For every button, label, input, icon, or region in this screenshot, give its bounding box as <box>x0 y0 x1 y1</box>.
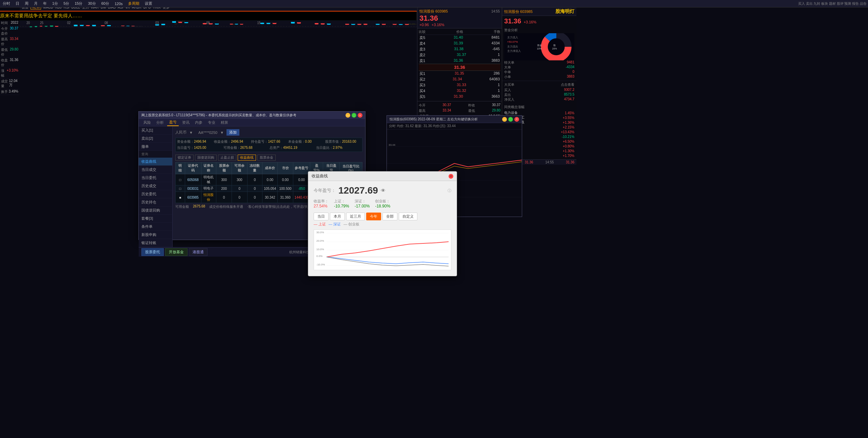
sub-tab-reverse[interactable]: 国债逆回购 <box>195 155 217 161</box>
tab-专业[interactable]: 专业 <box>206 119 217 126</box>
menu-today-orders[interactable]: 当日委托 <box>139 174 172 182</box>
stat-shindex: 上证： -10.79% <box>334 199 349 208</box>
btn-stock-order[interactable]: 股票委托 <box>141 248 164 256</box>
tab-精算[interactable]: 精算 <box>219 119 230 126</box>
tab-分析[interactable]: 分析 <box>154 119 166 126</box>
stock-change-display: +0.96 +3.16% <box>419 23 500 27</box>
tab-盈亏[interactable]: 盈亏 <box>167 119 179 126</box>
tab-资讯[interactable]: 资讯 <box>180 119 192 126</box>
stat-cy: 创业板： -18.90% <box>375 199 390 208</box>
tab-风险[interactable]: 风险 <box>141 119 153 126</box>
indicator-macd[interactable]: MACD <box>43 7 53 9</box>
menu-package[interactable]: 套餐[3] <box>139 215 172 223</box>
menu-query-section: 查询 <box>139 151 172 158</box>
profit-dialog-label: 收益曲线 <box>312 173 328 179</box>
legend-my: — 上证 <box>314 222 326 227</box>
col-code: 证券代码 <box>185 162 201 174</box>
profit-dialog-content: 今年盈亏： 12027.69 👁 ⓘ 收益率： 27.54% 上证： -10.7… <box>308 181 457 274</box>
svg-text:08: 08 <box>104 21 108 25</box>
close-button[interactable]: × <box>358 113 362 118</box>
buy-3: 买3 31.33 1 <box>419 82 500 88</box>
menu-new-stock[interactable]: 新股申购 <box>139 231 172 239</box>
indicator-trix[interactable]: TRIX <box>153 7 161 9</box>
eye-icon[interactable]: 👁 <box>381 188 386 193</box>
analysis-min-button[interactable]: — <box>502 117 507 122</box>
menu-buy[interactable]: 买入[1] <box>139 126 172 135</box>
indicator-arbr[interactable]: ARBR <box>132 7 141 9</box>
indicator-vr[interactable]: VR <box>125 7 130 9</box>
svg-text:10.0%: 10.0% <box>316 248 324 251</box>
svg-text:20.0%: 20.0% <box>316 239 324 242</box>
menu-condition[interactable]: 条件单 <box>139 223 172 231</box>
toolbar-week[interactable]: 周 <box>23 1 30 6</box>
toolbar-day[interactable]: 日 <box>14 1 21 6</box>
minimize-button[interactable]: — <box>346 113 350 118</box>
analysis-subtitle: 分时 均价: 31.62 最新: 31.36 均价(历): 33.44 <box>387 123 522 130</box>
btn-hk-connect[interactable]: 港股通 <box>189 248 208 256</box>
analysis-max-button[interactable]: □ <box>508 117 513 122</box>
tab-3month[interactable]: 近三月 <box>346 213 365 220</box>
toolbar-30m[interactable]: 30分 <box>87 1 97 6</box>
toolbar-120s[interactable]: 120s <box>113 1 124 6</box>
maximize-button[interactable]: □ <box>352 113 356 118</box>
stat-return: 收益率： 27.54% <box>314 199 329 208</box>
menu-hist-trades[interactable]: 历史成交 <box>139 182 172 190</box>
account-selector: 人民币 ▼ AA****0250 ▼ 添加 <box>175 129 362 136</box>
info-turnover: 换手 3.49% <box>0 89 19 95</box>
indicator-bias[interactable]: BIAS <box>108 7 116 9</box>
indicator-zlf[interactable]: 主力 <box>82 7 89 10</box>
toolbar-year[interactable]: 年 <box>42 1 48 6</box>
tab-year[interactable]: 今年 <box>366 213 381 220</box>
indicator-boll[interactable]: BOLL <box>71 7 80 9</box>
tab-today[interactable]: 当日 <box>314 213 329 220</box>
menu-reverse-repo[interactable]: 国债逆回购 <box>139 206 172 215</box>
btn-open-fund[interactable]: 开放基金 <box>165 248 188 256</box>
add-button[interactable]: 添加 <box>226 129 239 136</box>
sub-tab-stop[interactable]: 止盈止损 <box>218 155 236 161</box>
analysis-close-button[interactable]: × <box>514 117 519 122</box>
indicator-new[interactable]: NEW <box>31 7 41 9</box>
toolbar-time[interactable]: 分时 <box>1 1 12 6</box>
svg-text:30.0%: 30.0% <box>316 231 324 234</box>
menu-today-trades[interactable]: 当日成交 <box>139 166 172 174</box>
profit-dialog: 收益曲线 × 今年盈亏： 12027.69 👁 ⓘ 收益率： 27.54% 上证… <box>308 171 457 276</box>
sub-tab-verify[interactable]: 锁定证券 <box>175 155 194 161</box>
menu-sell[interactable]: 卖出[2] <box>139 135 172 143</box>
toolbar-month[interactable]: 月 <box>33 1 39 6</box>
menu-cancel[interactable]: 撤单 <box>139 143 172 151</box>
menu-profit-curve[interactable]: 收益曲线 <box>139 158 172 166</box>
tab-custom[interactable]: 自定义 <box>399 213 417 220</box>
toolbar-5m[interactable]: 5分 <box>62 1 71 6</box>
menu-bank-transfer[interactable]: 银证转账 <box>139 239 172 247</box>
info-open: 今开盘价 30.37 <box>0 26 19 37</box>
stock-code-label: 恒润股份 603985 <box>419 9 448 14</box>
tab-all[interactable]: 全部 <box>382 213 397 220</box>
indicator-asi[interactable]: ASI <box>118 7 123 9</box>
big-order-click[interactable]: 点击查看 <box>561 82 574 87</box>
indicator-war[interactable]: WAR <box>91 7 99 9</box>
profit-stats: 收益率： 27.54% 上证： -10.79% 深证： -17.00% 创业板：… <box>314 199 451 208</box>
indicator-toolbar: 设置 NEW MACD KDJ RSI BOLL 主力 WAR DM BIAS … <box>20 7 417 11</box>
indicator-kdj[interactable]: KDJ <box>55 7 62 9</box>
indicator-dm[interactable]: DM <box>101 7 106 9</box>
sub-tab-fund[interactable]: 收益曲线 <box>238 155 256 161</box>
tab-month[interactable]: 本月 <box>330 213 345 220</box>
menu-hist-holdings[interactable]: 历史持仓 <box>139 198 172 206</box>
profit-close-button[interactable]: × <box>449 174 453 179</box>
toolbar-multiperiod[interactable]: 多周期 <box>127 1 141 6</box>
col-available: 可用余额 <box>232 162 247 174</box>
toolbar-15m[interactable]: 15分 <box>73 1 84 6</box>
info-icon[interactable]: ⓘ <box>448 188 451 193</box>
indicator-settings[interactable]: 设置 <box>22 7 28 10</box>
toolbar-settings[interactable]: 设置 <box>143 1 154 6</box>
sub-tab-plan[interactable]: 股票余金 <box>257 155 276 161</box>
indicator-rsi[interactable]: RSI <box>64 7 70 9</box>
menu-hist-orders[interactable]: 历史委托 <box>139 190 172 198</box>
indicator-dpo[interactable]: DPO <box>143 7 151 9</box>
toolbar-1m[interactable]: 1分 <box>51 1 59 6</box>
sell-2: 卖2 31.37 1 <box>419 52 500 58</box>
analysis-win-controls: — □ × <box>502 117 519 122</box>
sell-1: 卖1 31.36 3883 <box>419 58 500 64</box>
toolbar-60m[interactable]: 60分 <box>100 1 111 6</box>
tab-内参[interactable]: 内参 <box>193 119 204 126</box>
